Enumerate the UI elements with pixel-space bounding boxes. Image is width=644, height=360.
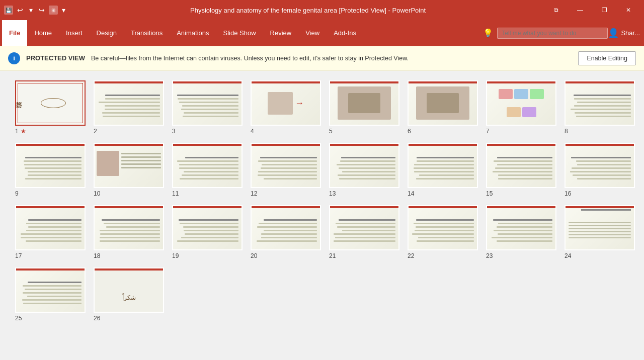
slide-thumb-2[interactable] [94,80,164,126]
slide-number-row-26: 26 [94,315,100,322]
slide-thumb-6[interactable] [408,80,478,126]
slide-number-11: 11 [172,190,179,197]
minimize-btn[interactable]: — [569,0,592,20]
slide-number-4: 4 [251,128,254,135]
customize-dropdown[interactable]: ▾ [60,5,67,15]
tab-review[interactable]: Review [263,20,299,46]
slide-thumb-18[interactable] [94,205,164,250]
lightbulb-icon: 💡 [483,28,493,38]
slide-number-12: 12 [251,190,257,197]
slide-item-8: 8 [565,80,635,135]
slide-thumb-13[interactable] [329,143,399,188]
slide-number-9: 9 [15,190,19,197]
slide-item-11: 11 [172,143,243,197]
slide-number-15: 15 [486,190,493,197]
title-bar: 💾 ↩ ▾ ↪ ⊞ ▾ Physiology and anatomy of th… [0,0,644,20]
quick-access-toolbar: 💾 ↩ ▾ ↪ ⊞ ▾ [4,5,67,15]
slide-thumb-15[interactable] [486,143,556,188]
slide-thumb-11[interactable] [172,143,243,188]
slide-item-18: 18 [94,205,164,259]
slide-number-row-8: 8 [565,128,568,135]
tab-insert[interactable]: Insert [59,20,90,46]
slide-item-10: 10 [94,143,164,197]
slide-item-21: 21 [329,205,399,259]
tab-home[interactable]: Home [27,20,59,46]
slide-thumb-4[interactable]: → [251,80,321,126]
slide-item-9: 9 [15,143,86,197]
slides-grid: ﷽1★23→4567891011121314151617181920212223… [15,80,629,322]
slide-thumb-25[interactable] [15,267,86,313]
slide-number-19: 19 [172,252,179,259]
slide-thumb-22[interactable] [408,205,478,250]
slide-thumb-10[interactable] [94,143,164,188]
enable-editing-button[interactable]: Enable Editing [578,51,636,65]
slide-number-22: 22 [408,252,414,259]
slide-thumb-5[interactable] [329,80,399,126]
slide-number-row-6: 6 [408,128,411,135]
customize-icon[interactable]: ⊞ [49,6,58,15]
tab-design[interactable]: Design [90,20,124,46]
user-name: Shar... [621,29,640,37]
slide-thumb-9[interactable] [15,143,86,188]
tab-animations[interactable]: Animations [170,20,216,46]
slide-number-26: 26 [94,315,100,322]
slide-number-16: 16 [565,190,571,197]
slide-number-18: 18 [94,252,100,259]
slide-thumb-14[interactable] [408,143,478,188]
slide-number-1: 1 [15,128,19,135]
slide-item-4: →4 [251,80,321,135]
slide-thumb-7[interactable] [486,80,556,126]
slide-thumb-16[interactable] [565,143,635,188]
slide-thumb-20[interactable] [251,205,321,250]
slide-item-22: 22 [408,205,478,259]
slide-thumb-1[interactable]: ﷽ [15,80,86,126]
slide-number-row-18: 18 [94,252,100,259]
slide-thumb-12[interactable] [251,143,321,188]
slide-item-26: شكراً26 [94,267,164,322]
restore-down-btn[interactable]: ⧉ [544,0,568,20]
slide-item-13: 13 [329,143,399,197]
maximize-btn[interactable]: ❐ [593,0,616,20]
slide-thumb-26[interactable]: شكراً [94,267,164,313]
tab-slideshow[interactable]: Slide Show [216,20,263,46]
slide-number-23: 23 [486,252,493,259]
tab-addins[interactable]: Add-Ins [327,20,363,46]
slide-number-13: 13 [329,190,336,197]
slide-thumb-8[interactable] [565,80,635,126]
ribbon: File Home Insert Design Transitions Anim… [0,20,644,46]
tell-me-input[interactable] [497,28,608,39]
slide-thumb-17[interactable] [15,205,86,250]
slide-thumb-19[interactable] [172,205,243,250]
tab-view[interactable]: View [298,20,327,46]
slide-thumb-21[interactable] [329,205,399,250]
slide-number-row-9: 9 [15,190,19,197]
window-title: Physiology and anatomy of the female gen… [71,7,544,14]
slide-number-row-1: 1★ [15,128,26,135]
close-btn[interactable]: ✕ [617,0,640,20]
slide-item-14: 14 [408,143,478,197]
window-controls: ⧉ — ❐ ✕ [544,0,640,20]
tab-file[interactable]: File [2,20,27,46]
slide-number-row-25: 25 [15,315,22,322]
tab-transitions[interactable]: Transitions [124,20,170,46]
slide-item-16: 16 [565,143,635,197]
slide-thumb-24[interactable] [565,205,635,250]
slide-item-24: 24 [565,205,635,259]
slide-number-25: 25 [15,315,22,322]
slide-star-1: ★ [21,128,26,135]
slide-item-15: 15 [486,143,556,197]
slides-area: ﷽1★23→4567891011121314151617181920212223… [0,70,644,360]
slide-number-24: 24 [565,252,571,259]
undo-btn[interactable]: ↩ [15,5,25,15]
slide-thumb-3[interactable] [172,80,243,126]
user-icon: 👤 [608,28,619,39]
slide-item-17: 17 [15,205,86,259]
slide-number-row-7: 7 [486,128,490,135]
redo-btn[interactable]: ↪ [37,5,47,15]
save-icon[interactable]: 💾 [4,6,13,15]
slide-item-19: 19 [172,205,243,259]
user-account[interactable]: 👤 Shar... [608,28,640,39]
slide-thumb-23[interactable] [486,205,556,250]
slide-number-21: 21 [329,252,336,259]
undo-dropdown[interactable]: ▾ [27,5,35,15]
